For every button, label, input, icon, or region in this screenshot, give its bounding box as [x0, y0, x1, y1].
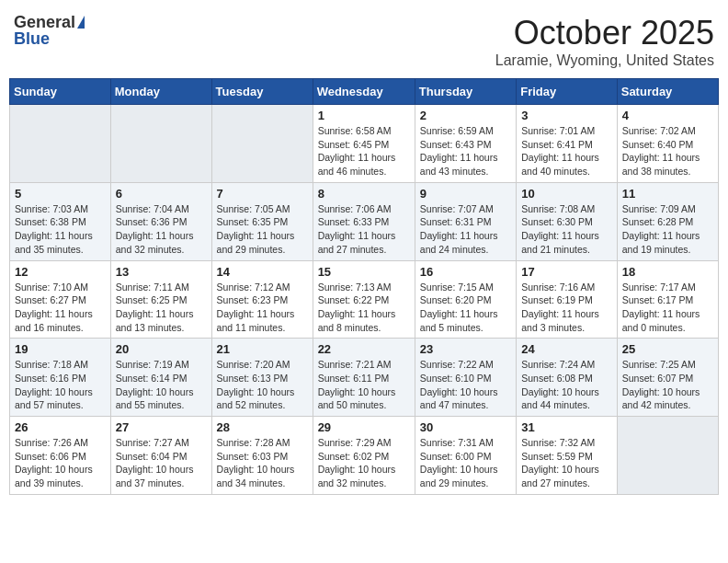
title-area: October 2025 Laramie, Wyoming, United St…	[495, 14, 714, 69]
calendar-cell: 3Sunrise: 7:01 AM Sunset: 6:41 PM Daylig…	[517, 105, 618, 183]
calendar-cell: 5Sunrise: 7:03 AM Sunset: 6:38 PM Daylig…	[10, 182, 111, 260]
calendar-cell: 20Sunrise: 7:19 AM Sunset: 6:14 PM Dayli…	[110, 339, 211, 417]
day-info: Sunrise: 7:09 AM Sunset: 6:28 PM Dayligh…	[622, 202, 713, 257]
day-number: 13	[116, 265, 207, 279]
calendar-cell	[110, 105, 211, 183]
weekday-header-sunday: Sunday	[10, 79, 111, 105]
calendar-cell: 24Sunrise: 7:24 AM Sunset: 6:08 PM Dayli…	[517, 339, 618, 417]
calendar-cell: 18Sunrise: 7:17 AM Sunset: 6:17 PM Dayli…	[617, 260, 718, 339]
location-title: Laramie, Wyoming, United States	[495, 52, 714, 69]
day-info: Sunrise: 7:19 AM Sunset: 6:14 PM Dayligh…	[116, 358, 207, 412]
calendar-week-2: 5Sunrise: 7:03 AM Sunset: 6:38 PM Daylig…	[10, 182, 719, 260]
day-number: 23	[420, 342, 511, 356]
calendar-cell: 27Sunrise: 7:27 AM Sunset: 6:04 PM Dayli…	[110, 417, 211, 495]
calendar-table: SundayMondayTuesdayWednesdayThursdayFrid…	[9, 78, 719, 495]
day-info: Sunrise: 6:58 AM Sunset: 6:45 PM Dayligh…	[318, 124, 410, 178]
calendar-cell: 21Sunrise: 7:20 AM Sunset: 6:13 PM Dayli…	[211, 339, 313, 417]
day-number: 20	[116, 342, 207, 356]
day-info: Sunrise: 7:02 AM Sunset: 6:40 PM Dayligh…	[622, 124, 713, 178]
calendar-cell: 11Sunrise: 7:09 AM Sunset: 6:28 PM Dayli…	[617, 182, 718, 260]
calendar-cell: 15Sunrise: 7:13 AM Sunset: 6:22 PM Dayli…	[313, 260, 415, 339]
calendar-cell: 22Sunrise: 7:21 AM Sunset: 6:11 PM Dayli…	[313, 339, 415, 417]
calendar-cell: 23Sunrise: 7:22 AM Sunset: 6:10 PM Dayli…	[415, 339, 516, 417]
day-info: Sunrise: 7:22 AM Sunset: 6:10 PM Dayligh…	[420, 358, 511, 412]
weekday-header-wednesday: Wednesday	[313, 79, 415, 105]
day-number: 17	[521, 265, 612, 279]
day-info: Sunrise: 7:18 AM Sunset: 6:16 PM Dayligh…	[15, 358, 106, 412]
calendar-cell: 8Sunrise: 7:06 AM Sunset: 6:33 PM Daylig…	[313, 182, 415, 260]
day-info: Sunrise: 7:10 AM Sunset: 6:27 PM Dayligh…	[15, 281, 106, 335]
day-info: Sunrise: 7:03 AM Sunset: 6:38 PM Dayligh…	[15, 202, 106, 257]
day-info: Sunrise: 7:24 AM Sunset: 6:08 PM Dayligh…	[521, 358, 612, 412]
day-info: Sunrise: 7:27 AM Sunset: 6:04 PM Dayligh…	[116, 436, 207, 490]
day-number: 26	[15, 420, 106, 434]
day-number: 30	[420, 420, 511, 434]
logo-triangle-icon	[77, 16, 85, 29]
day-number: 16	[420, 265, 511, 279]
day-number: 5	[15, 187, 106, 201]
calendar-cell: 13Sunrise: 7:11 AM Sunset: 6:25 PM Dayli…	[110, 260, 211, 339]
day-number: 10	[521, 187, 612, 201]
day-number: 9	[420, 187, 511, 201]
calendar-cell: 26Sunrise: 7:26 AM Sunset: 6:06 PM Dayli…	[10, 417, 111, 495]
weekday-header-tuesday: Tuesday	[211, 79, 313, 105]
day-number: 4	[622, 109, 713, 122]
calendar-cell: 25Sunrise: 7:25 AM Sunset: 6:07 PM Dayli…	[617, 339, 718, 417]
logo: General Blue	[14, 14, 85, 47]
day-number: 2	[420, 109, 511, 122]
day-number: 29	[318, 420, 410, 434]
day-number: 18	[622, 265, 713, 279]
logo-blue-text: Blue	[14, 30, 50, 47]
calendar-cell: 29Sunrise: 7:29 AM Sunset: 6:02 PM Dayli…	[313, 417, 415, 495]
day-number: 15	[318, 265, 410, 279]
day-number: 6	[116, 187, 207, 201]
day-info: Sunrise: 7:11 AM Sunset: 6:25 PM Dayligh…	[116, 281, 207, 335]
weekday-header-thursday: Thursday	[415, 79, 516, 105]
page-header: General Blue October 2025 Laramie, Wyomi…	[9, 9, 719, 69]
day-info: Sunrise: 7:04 AM Sunset: 6:36 PM Dayligh…	[116, 202, 207, 257]
day-info: Sunrise: 7:32 AM Sunset: 5:59 PM Dayligh…	[521, 436, 612, 490]
calendar-cell: 4Sunrise: 7:02 AM Sunset: 6:40 PM Daylig…	[617, 105, 718, 183]
calendar-cell: 6Sunrise: 7:04 AM Sunset: 6:36 PM Daylig…	[110, 182, 211, 260]
day-info: Sunrise: 7:06 AM Sunset: 6:33 PM Dayligh…	[318, 202, 410, 257]
logo-general-text: General	[14, 14, 75, 30]
day-info: Sunrise: 7:28 AM Sunset: 6:03 PM Dayligh…	[217, 436, 308, 490]
calendar-cell: 9Sunrise: 7:07 AM Sunset: 6:31 PM Daylig…	[415, 182, 516, 260]
day-info: Sunrise: 7:29 AM Sunset: 6:02 PM Dayligh…	[318, 436, 410, 490]
day-info: Sunrise: 7:20 AM Sunset: 6:13 PM Dayligh…	[217, 358, 308, 412]
calendar-cell: 30Sunrise: 7:31 AM Sunset: 6:00 PM Dayli…	[415, 417, 516, 495]
day-info: Sunrise: 7:07 AM Sunset: 6:31 PM Dayligh…	[420, 202, 511, 257]
calendar-week-5: 26Sunrise: 7:26 AM Sunset: 6:06 PM Dayli…	[10, 417, 719, 495]
weekday-header-row: SundayMondayTuesdayWednesdayThursdayFrid…	[10, 79, 719, 105]
weekday-header-friday: Friday	[517, 79, 618, 105]
day-number: 28	[217, 420, 308, 434]
day-info: Sunrise: 7:01 AM Sunset: 6:41 PM Dayligh…	[521, 124, 612, 178]
day-info: Sunrise: 7:17 AM Sunset: 6:17 PM Dayligh…	[622, 281, 713, 335]
weekday-header-saturday: Saturday	[617, 79, 718, 105]
calendar-cell: 7Sunrise: 7:05 AM Sunset: 6:35 PM Daylig…	[211, 182, 313, 260]
calendar-cell: 12Sunrise: 7:10 AM Sunset: 6:27 PM Dayli…	[10, 260, 111, 339]
day-info: Sunrise: 7:08 AM Sunset: 6:30 PM Dayligh…	[521, 202, 612, 257]
calendar-cell	[10, 105, 111, 183]
calendar-week-1: 1Sunrise: 6:58 AM Sunset: 6:45 PM Daylig…	[10, 105, 719, 183]
day-number: 8	[318, 187, 410, 201]
calendar-cell	[211, 105, 313, 183]
calendar-cell: 19Sunrise: 7:18 AM Sunset: 6:16 PM Dayli…	[10, 339, 111, 417]
calendar-week-4: 19Sunrise: 7:18 AM Sunset: 6:16 PM Dayli…	[10, 339, 719, 417]
day-number: 1	[318, 109, 410, 122]
calendar-cell: 10Sunrise: 7:08 AM Sunset: 6:30 PM Dayli…	[517, 182, 618, 260]
day-info: Sunrise: 7:16 AM Sunset: 6:19 PM Dayligh…	[521, 281, 612, 335]
day-number: 12	[15, 265, 106, 279]
day-number: 19	[15, 342, 106, 356]
day-number: 7	[217, 187, 308, 201]
day-info: Sunrise: 7:12 AM Sunset: 6:23 PM Dayligh…	[217, 281, 308, 335]
calendar-cell: 28Sunrise: 7:28 AM Sunset: 6:03 PM Dayli…	[211, 417, 313, 495]
calendar-week-3: 12Sunrise: 7:10 AM Sunset: 6:27 PM Dayli…	[10, 260, 719, 339]
day-number: 25	[622, 342, 713, 356]
day-info: Sunrise: 7:13 AM Sunset: 6:22 PM Dayligh…	[318, 281, 410, 335]
day-number: 31	[521, 420, 612, 434]
calendar-cell: 14Sunrise: 7:12 AM Sunset: 6:23 PM Dayli…	[211, 260, 313, 339]
day-number: 3	[521, 109, 612, 122]
weekday-header-monday: Monday	[110, 79, 211, 105]
day-number: 21	[217, 342, 308, 356]
